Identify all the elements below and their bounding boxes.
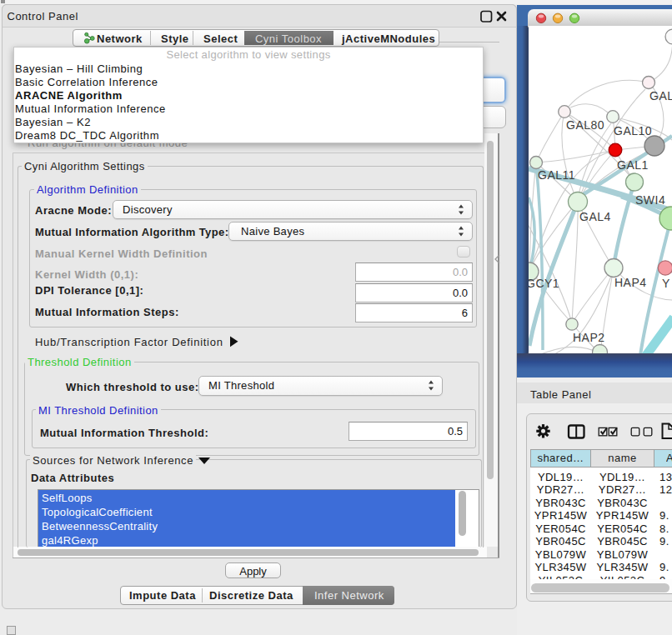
svg-text:SWI4: SWI4 bbox=[635, 193, 665, 207]
svg-text:GAL4: GAL4 bbox=[579, 210, 611, 223]
svg-text:Y: Y bbox=[662, 277, 670, 290]
svg-text:GCY1: GCY1 bbox=[529, 277, 559, 290]
svg-text:GAL1: GAL1 bbox=[617, 158, 649, 172]
svg-text:GAL10: GAL10 bbox=[614, 124, 652, 138]
svg-text:GAL80: GAL80 bbox=[566, 118, 604, 132]
svg-text:GAL2: GAL2 bbox=[649, 89, 672, 102]
svg-text:GAL11: GAL11 bbox=[538, 168, 575, 182]
svg-text:HAP2: HAP2 bbox=[573, 331, 605, 344]
svg-text:HAP4: HAP4 bbox=[614, 276, 647, 289]
